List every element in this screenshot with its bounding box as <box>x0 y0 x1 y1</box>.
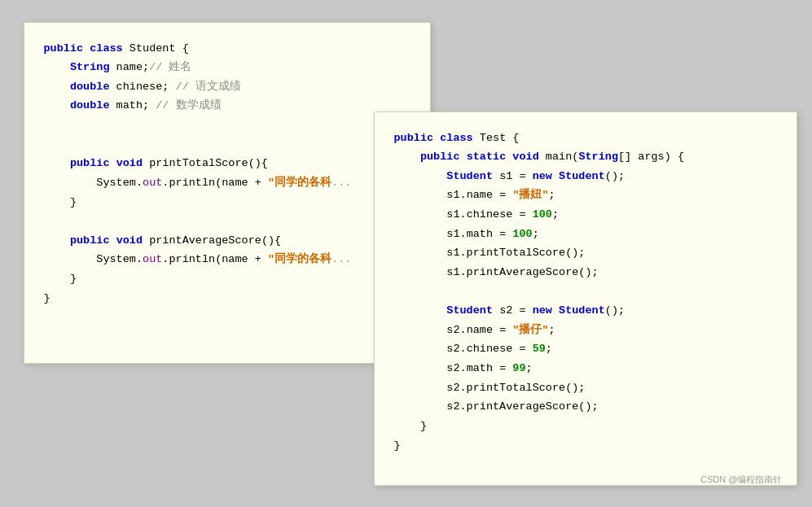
student-class-card: public class Student { String name;// 姓名… <box>24 22 431 364</box>
watermark: CSDN @编程指南针 <box>700 474 782 486</box>
scene: public class Student { String name;// 姓名… <box>15 14 797 494</box>
test-class-card: public class Test { public static void m… <box>374 111 797 486</box>
